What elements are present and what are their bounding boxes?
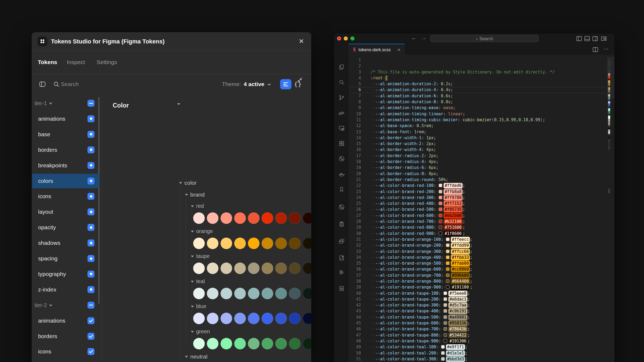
set-item-shadows[interactable]: shadows [32,236,99,250]
set-item-borders[interactable]: borders [32,143,99,157]
code-line-30[interactable]: 30··--al-color-brand-red-900:·#1f0600; [349,231,607,237]
theme-selector[interactable]: 4 active [244,74,264,95]
set-checkbox-dot[interactable] [87,131,94,138]
token-swatch-taupe-200[interactable] [207,263,218,274]
code-line-13[interactable]: 13··--al-base-font:·1rem; [349,129,607,135]
group-collapse-icon[interactable] [179,182,182,184]
code-line-4[interactable]: 4:root·{ [349,75,607,81]
token-swatch-orange-800[interactable] [289,238,301,249]
token-swatch-orange-100[interactable] [193,238,205,249]
section-collapse-icon[interactable] [177,103,180,105]
bookmarks-icon[interactable] [338,186,345,193]
code-line-3[interactable]: 3/*·This·file·is·auto-generated·by·Style… [349,69,607,75]
token-group-green[interactable]: green [196,328,210,335]
search-icon[interactable] [338,79,345,86]
token-swatch-green-900[interactable] [303,338,311,349]
tab-tokens-dark-scss[interactable]: § tokens-dark.scss ✕ [349,44,405,55]
token-swatch-taupe-700[interactable] [275,263,287,274]
set-checkbox-check[interactable] [87,348,94,355]
code-line-32[interactable]: 32··--al-color-brand-orange-200:·#ffdd99… [349,242,607,248]
set-item-icons[interactable]: icons [32,189,99,204]
set-checkbox-dot[interactable] [87,286,94,293]
set-item-base[interactable]: base [32,127,99,142]
set-item-breakpoints[interactable]: breakpoints [32,158,99,173]
tab-inspect[interactable]: Inspect [67,51,85,74]
group-collapse-icon[interactable] [191,205,194,207]
token-swatch-green-100[interactable] [193,338,205,349]
code-line-39[interactable]: 39··--al-color-brand-orange-900:·#191100… [349,284,607,290]
set-checkbox-check[interactable] [87,333,94,340]
json-view-button[interactable]: {} [294,74,302,95]
token-swatch-red-500[interactable] [248,212,259,224]
set-checkbox-dot[interactable] [87,146,94,153]
group-collapse-icon[interactable] [191,256,194,257]
code-line-33[interactable]: 33··--al-color-brand-orange-300:·#ffcc66… [349,249,607,254]
extensions-icon[interactable] [338,140,345,147]
code-line-19[interactable]: 19··--al-border-radius-6:·6px; [349,165,607,171]
token-swatch-taupe-800[interactable] [289,263,301,274]
token-swatch-red-300[interactable] [221,212,232,224]
tab-tokens[interactable]: Tokens [38,51,57,74]
code-line-26[interactable]: 26··--al-color-brand-red-500:·#f05735; [349,206,607,212]
remote-explorer-icon[interactable] [338,125,345,131]
more-actions-icon[interactable]: ⋯ [603,44,609,55]
code-line-50[interactable]: 50··--al-color-brand-teal-200:·#d1e1e1; [349,350,607,356]
list-view-button[interactable] [280,79,291,89]
code-line-1[interactable]: 1 [349,57,607,63]
group-collapse-icon[interactable] [191,331,194,333]
token-swatch-blue-200[interactable] [207,313,218,324]
window-zoom-button[interactable]: ⤢ [350,36,354,40]
set-item-animations[interactable]: animations [32,112,99,126]
code-line-46[interactable]: 46··--al-color-brand-taupe-700:·#78643b; [349,326,607,332]
token-swatch-blue-800[interactable] [289,313,301,324]
token-swatch-red-900[interactable] [303,212,311,224]
nav-back-icon[interactable]: ← [411,35,416,41]
set-checkbox-dot[interactable] [87,271,94,278]
search-input[interactable]: Search [61,74,79,95]
token-swatch-blue-400[interactable] [234,313,246,324]
token-swatch-taupe-500[interactable] [248,263,259,274]
code-line-48[interactable]: 48··--al-color-brand-taupe-900:·#191306; [349,338,607,344]
sidebar-toggle-icon[interactable] [39,81,46,88]
customize-layout-icon[interactable] [601,36,607,41]
token-swatch-orange-300[interactable] [221,238,232,249]
token-swatch-orange-700[interactable] [275,238,287,249]
token-swatch-blue-600[interactable] [262,313,273,324]
docker-icon[interactable] [338,171,345,177]
token-swatch-teal-300[interactable] [221,288,232,299]
set-item-borders[interactable]: borders [32,329,99,343]
token-swatch-orange-600[interactable] [262,238,273,249]
code-line-10[interactable]: 10··--al-animation-timing-linear:·linear… [349,111,607,117]
token-swatch-green-300[interactable] [221,338,232,349]
token-swatch-teal-500[interactable] [248,288,259,299]
code-line-37[interactable]: 37··--al-color-brand-orange-700:·#996600… [349,272,607,278]
token-swatch-green-700[interactable] [275,338,287,349]
toggle-secondary-sidebar-icon[interactable] [592,36,598,41]
token-swatch-red-800[interactable] [289,212,301,224]
set-item-opacity[interactable]: opacity [32,220,99,235]
set-checkbox-dot[interactable] [87,208,94,215]
token-swatch-teal-400[interactable] [234,288,246,299]
code-line-20[interactable]: 20··--al-border-radius-8:·8px; [349,171,607,177]
group-collapse-icon[interactable] [185,356,188,358]
code-line-6[interactable]: 6··--al-animation-duration-4:·0.4s; [349,87,607,93]
code-line-22[interactable]: 22··--al-color-brand-red-100:·#ffded6; [349,183,607,189]
git-graph-icon[interactable] [338,204,345,210]
code-line-21[interactable]: 21··--al-border-radius-round:·50%; [349,177,607,183]
token-swatch-orange-900[interactable] [303,238,311,249]
set-checkbox-check[interactable] [87,317,94,324]
window-minimize-button[interactable]: − [344,36,348,40]
code-line-15[interactable]: 15··--al-border-width-2:·2px; [349,141,607,147]
token-swatch-blue-700[interactable] [275,313,287,324]
set-checkbox-indeterminate[interactable] [87,100,94,107]
token-swatch-taupe-600[interactable] [262,263,273,274]
code-line-16[interactable]: 16··--al-border-width-4:·4px; [349,147,607,153]
set-checkbox-dot[interactable] [87,255,94,262]
code-line-14[interactable]: 14··--al-border-width-1:·1px; [349,135,607,141]
token-swatch-red-400[interactable] [234,212,246,224]
code-line-29[interactable]: 29··--al-color-brand-red-800:·#751600; [349,224,607,230]
token-group-red[interactable]: red [196,203,204,209]
code-line-42[interactable]: 42··--al-color-brand-taupe-300:·#d5c7aa; [349,302,607,308]
code-line-7[interactable]: 7··--al-animation-duration-6:·0.6s; [349,93,607,99]
token-swatch-blue-300[interactable] [221,313,232,324]
